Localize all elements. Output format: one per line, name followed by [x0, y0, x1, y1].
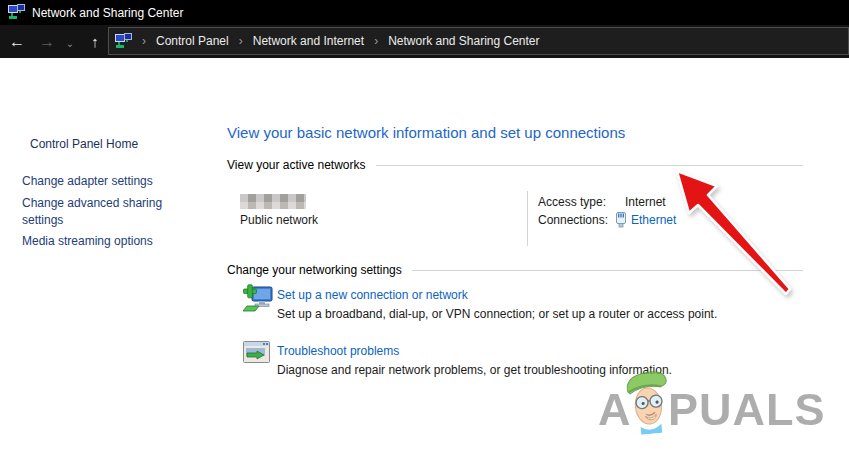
new-connection-icon [243, 284, 274, 313]
appuals-watermark: A PUALS [598, 370, 823, 445]
access-type-label: Access type: [538, 195, 606, 209]
setup-new-connection-description: Set up a broadband, dial-up, or VPN conn… [277, 307, 717, 321]
sidebar-item-change-advanced-sharing-settings[interactable]: Change advanced sharing settings [22, 195, 180, 229]
access-type-value: Internet [625, 195, 666, 209]
window-title: Network and Sharing Center [32, 6, 183, 20]
watermark-letters-puals: PUALS [668, 387, 826, 432]
back-icon[interactable]: ← [0, 28, 34, 56]
section-divider [376, 165, 803, 166]
active-networks-section-header: View your active networks [227, 158, 803, 172]
breadcrumb-chevron-icon[interactable]: › [238, 34, 244, 48]
breadcrumb-control-panel[interactable]: Control Panel [156, 34, 229, 48]
breadcrumb-chevron-icon[interactable]: › [141, 34, 147, 48]
sidebar-item-media-streaming-options[interactable]: Media streaming options [22, 233, 153, 250]
network-profile-label: Public network [240, 213, 318, 227]
appuals-mascot-icon [622, 368, 674, 436]
navigation-toolbar: ← → ⌄ ↑ › Control Panel › Network and In… [0, 25, 849, 58]
troubleshoot-problems-link[interactable]: Troubleshoot problems [277, 344, 399, 358]
breadcrumb-chevron-icon[interactable]: › [373, 34, 379, 48]
connections-label: Connections: [538, 213, 608, 227]
sidebar-item-control-panel-home[interactable]: Control Panel Home [30, 137, 138, 151]
breadcrumb-network-sharing-center[interactable]: Network and Sharing Center [388, 34, 539, 48]
network-places-icon [115, 33, 132, 50]
recent-pages-dropdown-icon[interactable]: ⌄ [60, 28, 80, 56]
sidebar-item-change-adapter-settings[interactable]: Change adapter settings [22, 173, 153, 190]
ethernet-plug-icon [615, 211, 627, 228]
network-sharing-center-window: Network and Sharing Center ← → ⌄ ↑ › Con… [0, 0, 849, 470]
troubleshoot-icon [243, 341, 271, 365]
setup-new-connection-link[interactable]: Set up a new connection or network [277, 288, 468, 302]
networking-settings-section-header: Change your networking settings [227, 263, 803, 277]
networking-settings-label: Change your networking settings [227, 263, 402, 277]
section-divider [412, 270, 803, 271]
breadcrumb-network-and-internet[interactable]: Network and Internet [253, 34, 364, 48]
ethernet-connection-link[interactable]: Ethernet [631, 213, 676, 227]
up-icon[interactable]: ↑ [80, 28, 110, 56]
active-networks-label: View your active networks [227, 158, 366, 172]
network-places-icon [8, 4, 25, 21]
title-bar: Network and Sharing Center [0, 0, 849, 25]
network-panel-divider [527, 191, 528, 246]
forward-icon[interactable]: → [34, 28, 60, 56]
network-name-blurred [240, 194, 306, 209]
page-title: View your basic network information and … [227, 124, 625, 141]
address-bar[interactable]: › Control Panel › Network and Internet ›… [108, 27, 849, 55]
